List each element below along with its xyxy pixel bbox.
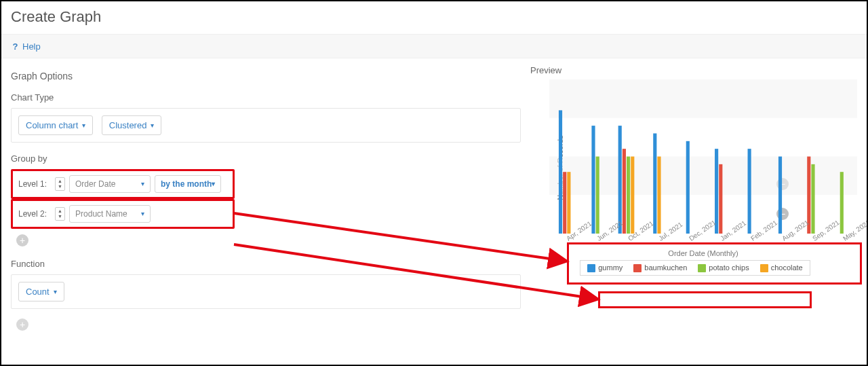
svg-rect-15 bbox=[653, 133, 656, 234]
level1-granularity-select[interactable]: by the month▾ bbox=[155, 175, 221, 193]
x-axis-labels: Order Date (Monthly) Apr, 2021Jun, 2021O… bbox=[549, 230, 857, 256]
level1-label: Level 1: bbox=[18, 179, 47, 189]
svg-rect-6 bbox=[559, 110, 562, 234]
help-icon: ? bbox=[11, 41, 20, 52]
level1-field-select[interactable]: Order Date▾ bbox=[69, 175, 151, 193]
svg-rect-9 bbox=[591, 126, 595, 234]
chart-plot-area: 5101520 bbox=[549, 79, 857, 234]
chevron-down-icon: ▾ bbox=[141, 181, 144, 187]
chevron-down-icon: ▾ bbox=[151, 122, 154, 129]
svg-rect-8 bbox=[567, 172, 570, 234]
svg-rect-12 bbox=[623, 149, 626, 234]
preview-label: Preview bbox=[530, 65, 860, 75]
chart-preview: Number of Records 5101520 Order Date (Mo… bbox=[530, 79, 860, 256]
group-level-2-row: Level 2: ▲▼ Product Name▾ bbox=[11, 199, 235, 229]
level2-label: Level 2: bbox=[18, 209, 47, 219]
svg-rect-19 bbox=[719, 164, 722, 234]
svg-rect-10 bbox=[596, 157, 599, 234]
svg-rect-0 bbox=[549, 157, 857, 196]
help-bar: ?Help bbox=[1, 34, 867, 58]
level2-field-select[interactable]: Product Name▾ bbox=[69, 205, 151, 223]
svg-rect-21 bbox=[778, 157, 782, 234]
chevron-down-icon: ▾ bbox=[141, 211, 144, 217]
x-axis-title: Order Date (Monthly) bbox=[549, 249, 857, 257]
svg-rect-23 bbox=[811, 164, 814, 234]
function-panel: Count▾ bbox=[11, 274, 521, 309]
svg-rect-17 bbox=[686, 141, 690, 234]
legend-item: gummy bbox=[587, 263, 623, 272]
legend-item: potato chips bbox=[698, 263, 749, 272]
chart-type-panel: Column chart▾ Clustered▾ bbox=[11, 108, 521, 143]
add-function-button[interactable]: + bbox=[16, 318, 28, 331]
svg-rect-20 bbox=[748, 149, 751, 234]
legend-item: chocolate bbox=[760, 263, 803, 272]
legend-item: baumkuchen bbox=[633, 263, 687, 272]
chart-type-label: Chart Type bbox=[11, 92, 521, 103]
level2-stepper[interactable]: ▲▼ bbox=[55, 207, 65, 221]
chevron-down-icon: ▾ bbox=[82, 122, 85, 129]
graph-options-heading: Graph Options bbox=[11, 71, 521, 81]
add-group-level-button[interactable]: + bbox=[16, 234, 28, 246]
chart-type-select[interactable]: Column chart▾ bbox=[18, 115, 93, 135]
page-title: Create Graph bbox=[1, 1, 867, 34]
svg-rect-14 bbox=[631, 157, 634, 234]
group-by-label: Group by bbox=[11, 153, 521, 164]
svg-rect-16 bbox=[657, 157, 660, 234]
function-label: Function bbox=[11, 259, 521, 269]
group-level-1-row: Level 1: ▲▼ Order Date▾ by the month▾ bbox=[11, 169, 235, 199]
chevron-down-icon: ▾ bbox=[54, 289, 57, 295]
chevron-down-icon: ▾ bbox=[212, 181, 215, 187]
chart-mode-select[interactable]: Clustered▾ bbox=[102, 115, 162, 135]
level1-stepper[interactable]: ▲▼ bbox=[55, 177, 65, 191]
function-select[interactable]: Count▾ bbox=[18, 282, 64, 301]
svg-rect-7 bbox=[563, 172, 566, 234]
svg-rect-1 bbox=[549, 79, 857, 118]
help-link[interactable]: ?Help bbox=[11, 41, 41, 52]
svg-rect-11 bbox=[618, 126, 622, 234]
svg-rect-13 bbox=[627, 157, 630, 234]
chart-legend: gummybaumkuchenpotato chipschocolate bbox=[580, 260, 810, 276]
